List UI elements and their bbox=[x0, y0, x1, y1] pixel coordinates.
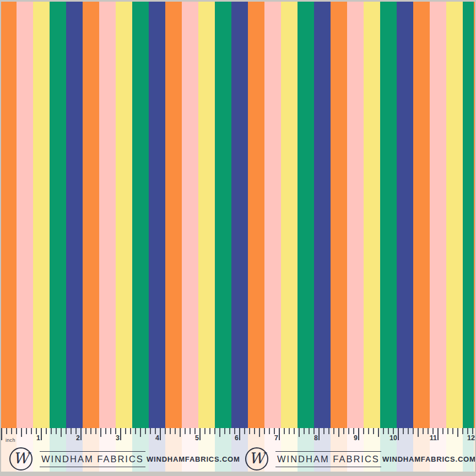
ruler-tick bbox=[21, 428, 22, 437]
ruler-tick bbox=[432, 428, 434, 434]
ruler-tick bbox=[85, 428, 86, 434]
ruler-tick bbox=[457, 428, 458, 437]
ruler-tick bbox=[175, 428, 176, 434]
ruler-tick bbox=[130, 428, 131, 434]
ruler-tick bbox=[279, 428, 280, 440]
ruler-number: 11 bbox=[430, 434, 437, 442]
ruler-tick bbox=[323, 428, 324, 434]
ruler-tick bbox=[274, 428, 275, 434]
ruler-tick bbox=[219, 428, 220, 437]
ruler-tick bbox=[289, 428, 290, 434]
ruler-tick bbox=[442, 428, 443, 434]
selvage-strip: inch 123456789101112 W WINDHAM FABRICS W… bbox=[1, 428, 475, 472]
ruler-tick bbox=[36, 428, 37, 434]
ruler-tick bbox=[160, 428, 161, 440]
ruler-tick bbox=[348, 428, 349, 434]
ruler-tick bbox=[363, 428, 364, 434]
ruler-tick bbox=[190, 428, 191, 434]
brand-wordmark: WINDHAM FABRICS bbox=[275, 451, 381, 467]
fabric-swatch-image: inch 123456789101112 W WINDHAM FABRICS W… bbox=[0, 0, 476, 476]
ruler-tick bbox=[408, 428, 409, 434]
ruler-tick bbox=[383, 428, 384, 434]
ruler-tick bbox=[378, 428, 379, 437]
ruler-tick bbox=[353, 428, 354, 434]
ruler-tick bbox=[16, 428, 17, 434]
ruler-tick bbox=[264, 428, 265, 434]
ruler-tick bbox=[309, 428, 310, 434]
monogram-w-icon: W bbox=[249, 450, 264, 467]
ruler-tick bbox=[428, 428, 429, 434]
windham-logo-badge: W bbox=[245, 447, 268, 470]
ruler-tick bbox=[318, 428, 320, 440]
ruler-tick bbox=[105, 428, 106, 434]
ruler-tick bbox=[259, 428, 260, 437]
ruler-tick bbox=[80, 428, 82, 440]
ruler-tick bbox=[135, 428, 136, 434]
ruler-tick bbox=[244, 428, 245, 434]
ruler-tick bbox=[229, 428, 230, 434]
ruler-tick bbox=[333, 428, 334, 434]
ruler-tick bbox=[313, 428, 315, 434]
brand-wordmark: WINDHAM FABRICS bbox=[40, 451, 145, 467]
ruler-number: 8 bbox=[314, 434, 318, 442]
ruler-tick bbox=[447, 428, 448, 434]
ruler-tick bbox=[368, 428, 369, 434]
ruler-tick bbox=[6, 428, 7, 434]
ruler-tick bbox=[125, 428, 126, 434]
ruler-tick bbox=[51, 428, 52, 434]
ruler-tick bbox=[234, 428, 235, 434]
ruler-tick bbox=[115, 428, 116, 434]
ruler-tick bbox=[41, 428, 42, 440]
inch-ruler: inch 123456789101112 bbox=[1, 428, 475, 447]
ruler-number: 12 bbox=[467, 434, 475, 442]
ruler-tick bbox=[284, 428, 285, 434]
ruler-tick bbox=[224, 428, 225, 434]
ruler-tick bbox=[467, 428, 468, 434]
ruler-tick bbox=[145, 428, 146, 434]
ruler-number: 2 bbox=[76, 434, 80, 442]
ruler-tick bbox=[413, 428, 414, 434]
ruler-tick bbox=[418, 428, 419, 437]
ruler-tick bbox=[343, 428, 344, 434]
ruler-tick bbox=[185, 428, 186, 434]
ruler-tick bbox=[299, 428, 300, 437]
ruler-tick bbox=[120, 428, 121, 440]
ruler-number: 4 bbox=[155, 434, 159, 442]
ruler-tick bbox=[56, 428, 57, 434]
ruler-tick bbox=[358, 428, 359, 440]
ruler-tick bbox=[209, 428, 210, 434]
ruler-tick bbox=[452, 428, 453, 434]
ruler-tick bbox=[95, 428, 96, 434]
ruler-number: 3 bbox=[116, 434, 120, 442]
ruler-tick bbox=[75, 428, 77, 434]
ruler-tick bbox=[423, 428, 424, 434]
ruler-tick bbox=[180, 428, 181, 437]
ruler-number: 5 bbox=[195, 434, 199, 442]
ruler-tick bbox=[61, 428, 62, 437]
ruler-tick bbox=[398, 428, 399, 440]
ruler-tick bbox=[165, 428, 166, 434]
ruler-tick bbox=[437, 428, 439, 440]
ruler-number: 6 bbox=[235, 434, 239, 442]
ruler-tick bbox=[269, 428, 270, 434]
ruler-number: 1 bbox=[36, 434, 40, 442]
ruler-tick bbox=[26, 428, 27, 434]
stripe-pattern bbox=[1, 2, 475, 428]
ruler-tick bbox=[199, 428, 201, 440]
monogram-w-icon: W bbox=[13, 450, 29, 467]
ruler-tick bbox=[204, 428, 205, 434]
ruler-number: 9 bbox=[354, 434, 358, 442]
website-url: WINDHAMFABRICS.COM bbox=[382, 455, 475, 463]
ruler-tick bbox=[1, 428, 2, 440]
ruler-tick bbox=[388, 428, 389, 434]
ruler-tick bbox=[170, 428, 171, 434]
ruler-tick bbox=[214, 428, 215, 434]
ruler-tick bbox=[194, 428, 196, 434]
ruler-tick bbox=[155, 428, 156, 434]
ruler-tick bbox=[31, 428, 32, 434]
ruler-number: 10 bbox=[390, 434, 397, 442]
ruler-tick bbox=[71, 428, 72, 434]
windham-logo-badge: W bbox=[9, 447, 33, 470]
ruler-tick bbox=[304, 428, 305, 434]
ruler-tick bbox=[249, 428, 250, 434]
